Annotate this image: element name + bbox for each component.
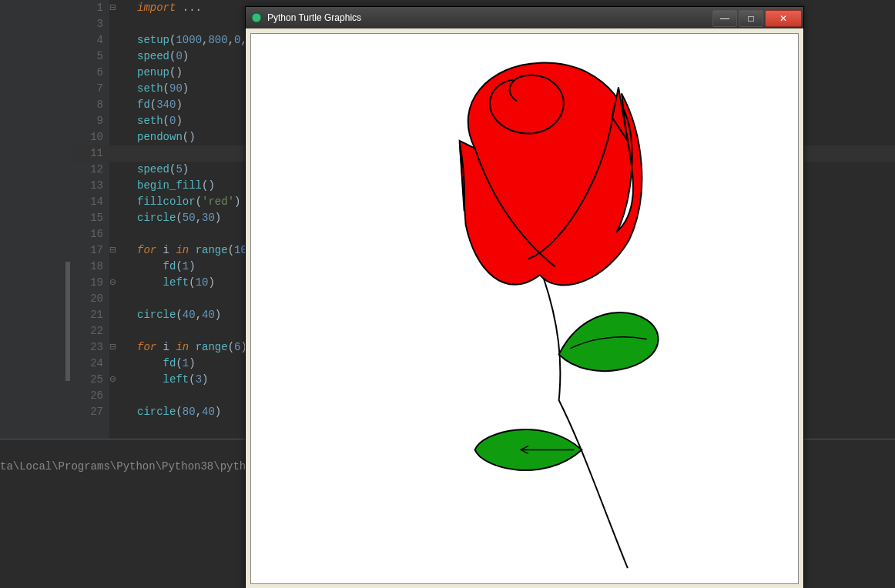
rose-petals (460, 63, 642, 286)
code-line[interactable]: 3 (0, 16, 137, 32)
code-line[interactable]: 17⊟for i in range(10) (0, 242, 253, 259)
code-text (120, 226, 137, 242)
line-number: 6 (0, 65, 109, 81)
line-number: 26 (0, 388, 109, 404)
code-line[interactable]: 21circle(40,40) (0, 307, 221, 323)
fold-toggle-icon (109, 323, 120, 339)
fold-toggle-icon[interactable]: ⊟ (109, 339, 120, 356)
code-text: speed(5) (120, 162, 189, 178)
fold-toggle-icon (109, 388, 120, 404)
code-line[interactable]: 12speed(5) (0, 162, 189, 178)
code-text: for i in range(6) (120, 339, 247, 356)
fold-toggle-icon (109, 97, 120, 113)
code-line[interactable]: 27circle(80,40) (0, 404, 221, 420)
line-number: 22 (0, 323, 109, 339)
code-text: fd(340) (120, 97, 183, 113)
code-line[interactable]: 24 fd(1) (0, 356, 196, 372)
line-number: 27 (0, 404, 109, 420)
window-title: Python Turtle Graphics (267, 12, 711, 23)
line-number: 18 (0, 259, 109, 275)
fold-toggle-icon (109, 210, 120, 226)
code-text (120, 388, 137, 404)
code-text: left(3) (120, 372, 208, 388)
svg-point-0 (252, 13, 261, 22)
code-text: circle(50,30) (120, 210, 221, 226)
line-number: 5 (0, 48, 109, 65)
terminal-output: ta\Local\Programs\Python\Python38\python (0, 460, 259, 473)
fold-toggle-icon (109, 259, 120, 275)
code-text (120, 16, 137, 32)
fold-toggle-icon[interactable]: ⊟ (109, 0, 120, 16)
fold-toggle-icon (109, 32, 120, 48)
code-line[interactable]: 25⊖ left(3) (0, 372, 208, 388)
code-text: circle(40,40) (120, 307, 221, 323)
line-number: 13 (0, 178, 109, 194)
fold-toggle-icon[interactable]: ⊖ (109, 275, 120, 291)
maximize-button[interactable]: □ (739, 10, 763, 27)
fold-indicator (65, 262, 70, 381)
line-number: 9 (0, 113, 109, 129)
close-button[interactable]: ✕ (765, 10, 802, 27)
code-line[interactable]: 1⊟import ... (0, 0, 202, 16)
turtle-window[interactable]: Python Turtle Graphics — □ ✕ (245, 6, 804, 588)
code-line[interactable]: 5speed(0) (0, 48, 189, 65)
code-line[interactable]: 16 (0, 226, 137, 242)
ide-root: 1⊟import ...34setup(1000,800,0,05speed(0… (0, 0, 895, 588)
code-text: fd(1) (120, 259, 196, 275)
line-number: 1 (0, 0, 109, 16)
code-text: pendown() (120, 129, 196, 145)
fold-toggle-icon (109, 194, 120, 210)
code-line[interactable]: 11 (0, 145, 137, 162)
fold-toggle-icon (109, 16, 120, 32)
titlebar[interactable]: Python Turtle Graphics — □ ✕ (246, 7, 803, 28)
code-text: import ... (120, 0, 202, 16)
code-text: fd(1) (120, 356, 196, 372)
fold-toggle-icon (109, 291, 120, 307)
fold-toggle-icon (109, 178, 120, 194)
code-text: for i in range(10) (120, 242, 253, 259)
code-line[interactable]: 4setup(1000,800,0,0 (0, 32, 253, 48)
line-number: 25 (0, 372, 109, 388)
code-text: setup(1000,800,0,0 (120, 32, 253, 48)
code-line[interactable]: 9seth(0) (0, 113, 183, 129)
fold-toggle-icon[interactable]: ⊟ (109, 242, 120, 259)
minimize-button[interactable]: — (712, 10, 737, 27)
line-number: 7 (0, 81, 109, 97)
fold-toggle-icon[interactable]: ⊖ (109, 372, 120, 388)
code-line[interactable]: 10pendown() (0, 129, 196, 145)
code-line[interactable]: 7seth(90) (0, 81, 189, 97)
line-number: 10 (0, 129, 109, 145)
fold-toggle-icon (109, 226, 120, 242)
code-text: fillcolor('red') (120, 194, 240, 210)
code-text: begin_fill() (120, 178, 215, 194)
code-text: speed(0) (120, 48, 189, 65)
fold-toggle-icon (109, 48, 120, 65)
code-text: penup() (120, 65, 183, 81)
code-text: seth(0) (120, 113, 183, 129)
leaf-upper (559, 312, 659, 371)
code-line[interactable]: 23⊟for i in range(6) (0, 339, 247, 356)
code-line[interactable]: 26 (0, 388, 137, 404)
code-text (120, 323, 137, 339)
fold-toggle-icon (109, 65, 120, 81)
code-line[interactable]: 6penup() (0, 65, 183, 81)
code-text: circle(80,40) (120, 404, 221, 420)
line-number: 3 (0, 16, 109, 32)
turtle-canvas (250, 33, 799, 584)
code-line[interactable]: 8fd(340) (0, 97, 183, 113)
code-line[interactable]: 14fillcolor('red') (0, 194, 240, 210)
line-number: 8 (0, 97, 109, 113)
rose-drawing (251, 34, 798, 583)
fold-toggle-icon (109, 307, 120, 323)
code-line[interactable]: 19⊖ left(10) (0, 275, 215, 291)
line-number: 12 (0, 162, 109, 178)
line-number: 23 (0, 339, 109, 356)
code-text (120, 145, 137, 162)
code-line[interactable]: 15circle(50,30) (0, 210, 221, 226)
fold-toggle-icon (109, 162, 120, 178)
line-number: 11 (0, 145, 109, 162)
code-line[interactable]: 18 fd(1) (0, 259, 196, 275)
fold-toggle-icon (109, 404, 120, 420)
code-line[interactable]: 13begin_fill() (0, 178, 215, 194)
line-number: 14 (0, 194, 109, 210)
